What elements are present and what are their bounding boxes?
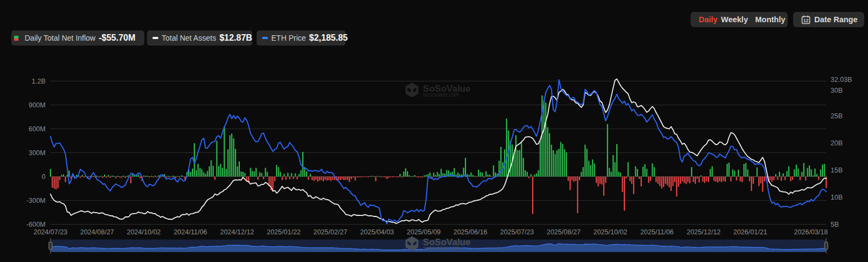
svg-text:2024/11/06: 2024/11/06 xyxy=(174,228,207,236)
svg-text:10B: 10B xyxy=(831,194,843,201)
svg-text:sosovalue.com: sosovalue.com xyxy=(423,245,459,251)
svg-text:-300M: -300M xyxy=(27,197,46,205)
svg-text:300M: 300M xyxy=(29,149,46,157)
svg-text:2025/05/09: 2025/05/09 xyxy=(407,228,441,236)
svg-text:2026/03/18: 2026/03/18 xyxy=(794,228,828,236)
svg-text:sosovalue.com: sosovalue.com xyxy=(423,92,459,98)
svg-text:2025/12/12: 2025/12/12 xyxy=(687,228,721,236)
svg-text:25B: 25B xyxy=(831,112,843,120)
svg-text:2025/07/23: 2025/07/23 xyxy=(500,228,534,236)
svg-text:600M: 600M xyxy=(29,125,46,133)
svg-text:2025/06/16: 2025/06/16 xyxy=(454,228,488,236)
svg-text:2025/11/06: 2025/11/06 xyxy=(640,228,674,236)
svg-text:0: 0 xyxy=(42,173,46,181)
svg-text:900M: 900M xyxy=(29,101,46,109)
svg-text:2024/10/02: 2024/10/02 xyxy=(127,228,161,236)
svg-text:2025/08/27: 2025/08/27 xyxy=(547,228,581,236)
svg-text:1.2B: 1.2B xyxy=(31,78,46,85)
svg-text:32.03B: 32.03B xyxy=(831,76,852,84)
svg-text:2024/12/12: 2024/12/12 xyxy=(220,228,254,236)
svg-text:2025/01/22: 2025/01/22 xyxy=(267,228,301,236)
svg-text:2024/07/23: 2024/07/23 xyxy=(34,228,68,236)
svg-text:-600M: -600M xyxy=(27,221,46,228)
svg-text:2026/01/21: 2026/01/21 xyxy=(733,228,768,236)
svg-text:15B: 15B xyxy=(831,167,843,174)
svg-text:5B: 5B xyxy=(831,221,839,228)
svg-text:30B: 30B xyxy=(831,87,843,94)
svg-text:12: 12 xyxy=(803,18,809,23)
svg-text:20B: 20B xyxy=(831,139,843,147)
svg-text:2025/04/03: 2025/04/03 xyxy=(360,228,394,236)
svg-text:2025/10/02: 2025/10/02 xyxy=(593,228,628,236)
svg-text:2024/08/27: 2024/08/27 xyxy=(80,228,114,236)
svg-text:2025/02/27: 2025/02/27 xyxy=(314,228,348,236)
